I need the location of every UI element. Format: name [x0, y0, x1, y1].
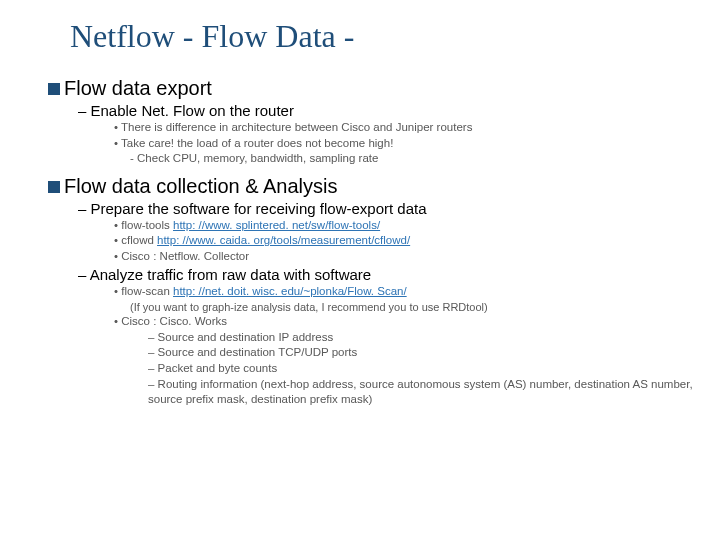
bullet-item: flow-scan http: //net. doit. wisc. edu/~…: [114, 284, 720, 300]
subheading: – Analyze traffic from raw data with sof…: [78, 266, 720, 283]
bullet-prefix: cflowd: [114, 234, 157, 246]
section-heading: Flow data export: [48, 77, 720, 100]
bullet-item: cflowd http: //www. caida. org/tools/mea…: [114, 233, 720, 249]
subheading: – Prepare the software for receiving flo…: [78, 200, 720, 217]
bullet-item: Take care! the load of a router does not…: [114, 136, 720, 152]
link[interactable]: http: //www. caida. org/tools/measuremen…: [157, 234, 410, 246]
sub-bullet-item: Check CPU, memory, bandwidth, sampling r…: [130, 151, 720, 167]
bullet-prefix: flow-scan: [114, 285, 173, 297]
link[interactable]: http: //net. doit. wisc. edu/~plonka/Flo…: [173, 285, 407, 297]
subheading: – Enable Net. Flow on the router: [78, 102, 720, 119]
sub-bullet-item: Packet and byte counts: [148, 361, 720, 377]
slide-title: Netflow - Flow Data -: [70, 18, 720, 55]
bullet-item: flow-tools http: //www. splintered. net/…: [114, 218, 720, 234]
note-text: (If you want to graph-ize analysis data,…: [130, 300, 720, 315]
section-heading-text: Flow data collection & Analysis: [64, 175, 337, 197]
link[interactable]: http: //www. splintered. net/sw/flow-too…: [173, 219, 380, 231]
section-heading: Flow data collection & Analysis: [48, 175, 720, 198]
bullet-item: There is difference in architecture betw…: [114, 120, 720, 136]
bullet-item: Cisco : Netflow. Collector: [114, 249, 720, 265]
bullet-item: Cisco : Cisco. Works: [114, 314, 720, 330]
sub-bullet-item: Routing information (next-hop address, s…: [148, 377, 720, 408]
bullet-prefix: flow-tools: [114, 219, 173, 231]
sub-bullet-item: Source and destination IP address: [148, 330, 720, 346]
bullet-square-icon: [48, 83, 60, 95]
section-heading-text: Flow data export: [64, 77, 212, 99]
slide: Netflow - Flow Data - Flow data export –…: [0, 0, 720, 408]
sub-bullet-item: Source and destination TCP/UDP ports: [148, 345, 720, 361]
bullet-square-icon: [48, 181, 60, 193]
